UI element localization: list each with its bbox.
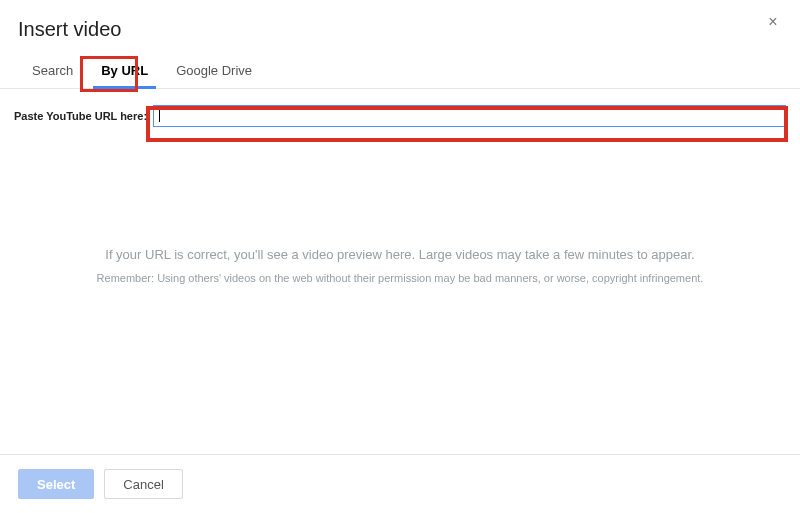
dialog-header: Insert video: [0, 0, 800, 49]
hint-permission: Remember: Using others' videos on the we…: [14, 272, 786, 284]
hint-preview: If your URL is correct, you'll see a vid…: [14, 247, 786, 262]
hint-block: If your URL is correct, you'll see a vid…: [14, 247, 786, 284]
text-caret-icon: [159, 108, 160, 122]
dialog-footer: Select Cancel: [0, 454, 800, 513]
select-button[interactable]: Select: [18, 469, 94, 499]
url-row: Paste YouTube URL here:: [14, 105, 786, 127]
url-input[interactable]: [153, 105, 786, 127]
tab-google-drive[interactable]: Google Drive: [162, 55, 266, 88]
insert-video-dialog: Insert video × Search By URL Google Driv…: [0, 0, 800, 513]
close-icon[interactable]: ×: [764, 14, 782, 32]
tab-search[interactable]: Search: [18, 55, 87, 88]
url-input-wrap: [153, 105, 786, 127]
dialog-body: Paste YouTube URL here: If your URL is c…: [0, 89, 800, 454]
tab-by-url[interactable]: By URL: [87, 55, 162, 88]
dialog-title: Insert video: [18, 18, 782, 41]
cancel-button[interactable]: Cancel: [104, 469, 182, 499]
url-label: Paste YouTube URL here:: [14, 110, 153, 122]
tab-bar: Search By URL Google Drive: [0, 55, 800, 89]
